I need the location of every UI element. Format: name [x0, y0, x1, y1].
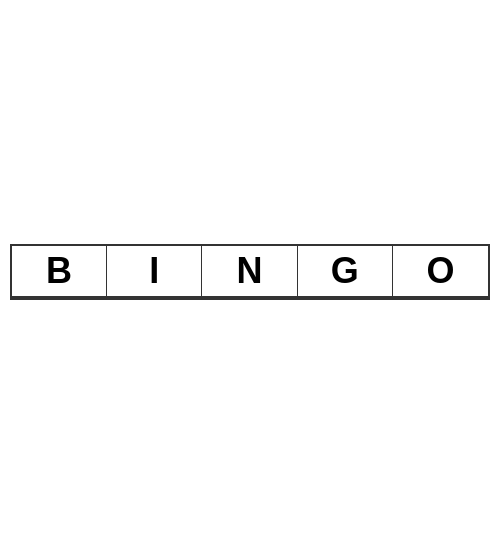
- header-letter: G: [298, 246, 393, 296]
- header-letter: B: [12, 246, 107, 296]
- header-row: BINGO: [12, 246, 488, 298]
- header-letter: O: [393, 246, 488, 296]
- bingo-card: BINGO: [10, 244, 490, 300]
- header-letter: N: [202, 246, 297, 296]
- header-letter: I: [107, 246, 202, 296]
